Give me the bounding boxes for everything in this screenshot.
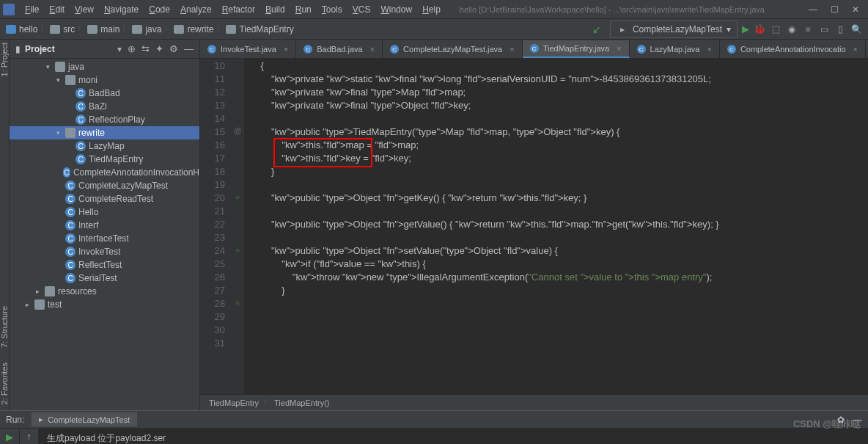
code-line[interactable]: "kw">public "type">Object "fn">getValue(… xyxy=(250,218,868,231)
menu-code[interactable]: Code xyxy=(144,3,174,16)
tree-item-rewrite[interactable]: ▾rewrite xyxy=(10,126,199,139)
tree-item-serialtest[interactable]: CSerialTest xyxy=(10,272,199,285)
tree-item-reflecttest[interactable]: CReflectTest xyxy=(10,258,199,272)
debug-button-icon[interactable]: 🐞 xyxy=(754,23,765,34)
stop-icon[interactable]: ■ xyxy=(802,23,814,35)
code-line[interactable]: "kw">throw "kw">new "type">IllegalArgume… xyxy=(250,271,868,284)
tab-lazymap-java[interactable]: CLazyMap.java× xyxy=(630,40,720,58)
menu-vcs[interactable]: VCS xyxy=(348,3,375,16)
code-line[interactable] xyxy=(250,231,868,244)
close-tab-icon[interactable]: × xyxy=(284,45,288,54)
tree-item-java[interactable]: ▾java xyxy=(10,60,199,73)
close-tab-icon[interactable]: × xyxy=(853,45,858,54)
menu-analyze[interactable]: Analyze xyxy=(176,3,216,16)
close-tab-icon[interactable]: × xyxy=(510,45,514,54)
tab-badbad-java[interactable]: CBadBad.java× xyxy=(296,40,383,58)
menu-view[interactable]: View xyxy=(70,3,98,16)
tree-item-interfacetest[interactable]: CInterfaceTest xyxy=(10,232,199,245)
rerun-icon[interactable]: ▶ xyxy=(6,432,13,443)
menu-navigate[interactable]: Navigate xyxy=(100,3,143,16)
menu-help[interactable]: Help xyxy=(418,3,445,16)
code-line[interactable]: "kw">public "type">TiedMapEntry("type">M… xyxy=(250,125,868,139)
menu-build[interactable]: Build xyxy=(261,3,290,16)
code-line[interactable]: } xyxy=(250,284,868,297)
breadcrumb-class[interactable]: TiedMapEntry xyxy=(209,398,259,407)
menu-edit[interactable]: Edit xyxy=(45,3,69,16)
crumb-hello[interactable]: hello xyxy=(6,24,37,34)
minimize-icon[interactable]: — xyxy=(809,4,817,15)
tree-item-completeannotationinvocationh[interactable]: CCompleteAnnotationInvocationH xyxy=(10,166,199,179)
code-line[interactable]: "kw">this."fld">map = "fld">map; xyxy=(250,139,868,152)
tree-item-hello[interactable]: CHello xyxy=(10,205,199,219)
search-icon[interactable]: 🔍 xyxy=(850,23,862,35)
crumb-src[interactable]: src xyxy=(50,24,75,34)
console-output[interactable]: 生成payload 位于payload2.serflag-----反序列化pay… xyxy=(38,429,868,444)
code-line[interactable]: "kw">if ("fld">value == "kw">this) { xyxy=(250,258,868,271)
tree-item-test[interactable]: ▸test xyxy=(10,298,199,311)
coverage-icon[interactable]: ⬚ xyxy=(770,23,781,35)
project-panel-title[interactable]: Project xyxy=(25,44,114,54)
crumb-main[interactable]: main xyxy=(87,24,119,34)
crumb-java[interactable]: java xyxy=(132,24,161,34)
tree-item-badbad[interactable]: CBadBad xyxy=(10,87,199,100)
tab-invoketest-java[interactable]: CInvokeTest.java× xyxy=(200,40,296,58)
tree-item-moni[interactable]: ▾moni xyxy=(10,73,199,87)
tab-tiedmapentry-java[interactable]: CTiedMapEntry.java× xyxy=(523,40,630,58)
menu-run[interactable]: Run xyxy=(291,3,316,16)
tree-item-completelazymaptest[interactable]: CCompleteLazyMapTest xyxy=(10,179,199,192)
code-line[interactable] xyxy=(250,205,868,218)
run-tab[interactable]: ▸ CompleteLazyMapTest xyxy=(32,412,137,426)
menu-window[interactable]: Window xyxy=(376,3,416,16)
close-icon[interactable]: ✕ xyxy=(852,4,859,15)
menu-file[interactable]: File xyxy=(21,3,43,16)
breadcrumb-method[interactable]: TiedMapEntry() xyxy=(274,398,329,407)
hide-icon[interactable]: — xyxy=(184,43,194,54)
code-line[interactable]: "kw">public "type">Object "fn">setValue(… xyxy=(250,244,868,258)
code-content[interactable]: { "kw">private "kw">static "kw">final "k… xyxy=(244,59,868,394)
tree-item-interf[interactable]: CInterf xyxy=(10,219,199,232)
tree-item-reflectionplay[interactable]: CReflectionPlay xyxy=(10,113,199,126)
code-line[interactable]: } xyxy=(250,165,868,178)
run-config-selector[interactable]: ▸ CompleteLazyMapTest ▾ xyxy=(610,21,738,38)
close-tab-icon[interactable]: × xyxy=(617,44,621,53)
tree-item-tiedmapentry[interactable]: CTiedMapEntry xyxy=(10,153,199,166)
nav-back-icon[interactable]: ↙ xyxy=(588,23,606,35)
tree-item-completereadtest[interactable]: CCompleteReadTest xyxy=(10,192,199,205)
settings-icon[interactable]: ⚙ xyxy=(169,43,178,54)
collapse-icon[interactable]: ✦ xyxy=(155,43,163,54)
crumb-rewrite[interactable]: rewrite xyxy=(174,24,213,34)
code-line[interactable] xyxy=(250,112,868,125)
menu-tools[interactable]: Tools xyxy=(317,3,347,16)
menu-refactor[interactable]: Refactor xyxy=(218,3,260,16)
code-line[interactable] xyxy=(250,178,868,192)
tree-item-lazymap[interactable]: CLazyMap xyxy=(10,139,199,153)
tab-completeannotationinvocatio[interactable]: CCompleteAnnotationInvocatio× xyxy=(720,40,866,58)
profiler-icon[interactable]: ◉ xyxy=(786,23,798,35)
code-line[interactable]: "kw">this."fld">key = "fld">key; xyxy=(250,152,868,165)
layout-icon[interactable]: ▭ xyxy=(818,23,830,35)
tree-item-resources[interactable]: ▸resources xyxy=(10,285,199,298)
maximize-icon[interactable]: ☐ xyxy=(831,4,839,15)
code-line[interactable]: "kw">private "kw">static "kw">final "kw"… xyxy=(250,73,868,86)
project-view-icon[interactable]: ▮ xyxy=(15,44,21,54)
close-tab-icon[interactable]: × xyxy=(707,45,711,54)
expand-icon[interactable]: ⇆ xyxy=(141,43,150,54)
code-editor[interactable]: 1011121314151617181920212223242526272829… xyxy=(200,59,868,394)
code-line[interactable]: "kw">public "type">Object "fn">getKey() … xyxy=(250,192,868,205)
up-icon[interactable]: ↑ xyxy=(27,432,32,442)
code-line[interactable]: "kw">private "kw">final "type">Object "f… xyxy=(250,99,868,112)
run-button-icon[interactable]: ▶ xyxy=(742,23,749,34)
structure-tool-tab[interactable]: 7: Structure xyxy=(0,306,9,348)
favorites-tool-tab[interactable]: 2: Favorites xyxy=(0,363,9,404)
tree-item-invoketest[interactable]: CInvokeTest xyxy=(10,245,199,258)
close-tab-icon[interactable]: × xyxy=(370,45,375,54)
code-line[interactable]: "kw">private "kw">final "type">Map "fld"… xyxy=(250,86,868,99)
dropdown-icon[interactable]: ▾ xyxy=(117,44,122,54)
code-line[interactable]: { xyxy=(250,59,868,73)
layout2-icon[interactable]: ▯ xyxy=(834,23,846,35)
tree-item-bazi[interactable]: CBaZi xyxy=(10,100,199,113)
project-tool-tab[interactable]: 1: Project xyxy=(0,43,9,76)
select-opened-icon[interactable]: ⊕ xyxy=(128,43,136,54)
crumb-tiedmapentry[interactable]: TiedMapEntry xyxy=(226,24,293,34)
tab-completelazymaptest-java[interactable]: CCompleteLazyMapTest.java× xyxy=(383,40,523,58)
